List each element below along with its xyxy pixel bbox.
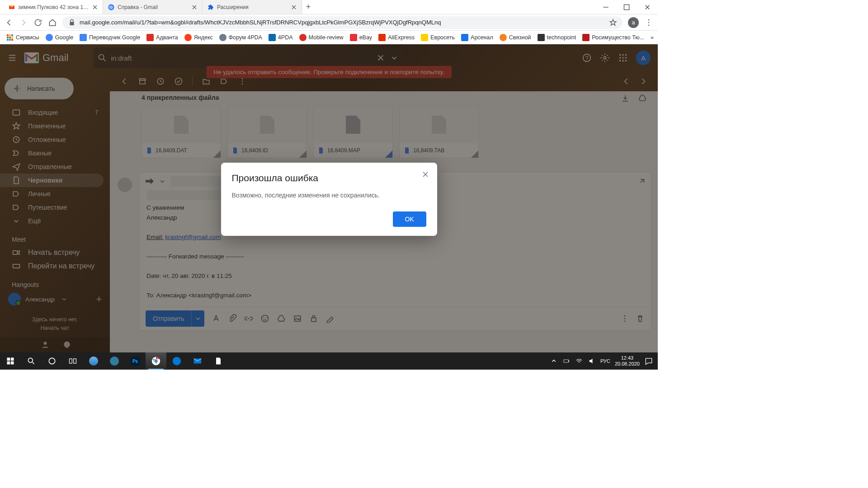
bookmark-item[interactable]: Росимущество Тю... — [582, 34, 644, 41]
start-button[interactable] — [0, 352, 21, 370]
tab-3[interactable]: Расширения — [203, 0, 302, 14]
language-indicator[interactable]: РУС — [600, 358, 610, 364]
favicon-icon — [461, 34, 468, 41]
tab-2[interactable]: G Справка - Gmail — [103, 0, 203, 14]
favicon-icon — [46, 34, 53, 41]
svg-rect-7 — [7, 34, 9, 36]
svg-rect-13 — [7, 39, 9, 41]
omnibox[interactable]: mail.google.com/mail/u/1/?tab=wm&ogbl#dr… — [62, 16, 623, 29]
bookmark-item[interactable]: Арсенал — [461, 34, 493, 41]
favicon-icon — [500, 34, 507, 41]
mail-icon — [193, 356, 203, 366]
favicon-icon — [184, 34, 192, 41]
svg-rect-56 — [70, 359, 72, 363]
lock-icon — [68, 19, 76, 27]
address-bar: mail.google.com/mail/u/1/?tab=wm&ogbl#dr… — [0, 14, 658, 31]
app-icon — [89, 357, 98, 366]
svg-point-5 — [648, 22, 650, 23]
bookmark-item[interactable]: eBay — [350, 34, 373, 41]
svg-point-6 — [648, 24, 650, 26]
bookmark-item[interactable]: Связной — [500, 34, 531, 41]
bookmark-item[interactable]: Адванта — [146, 34, 178, 41]
svg-rect-52 — [7, 361, 10, 365]
apps-icon — [6, 34, 14, 41]
svg-rect-9 — [11, 34, 13, 36]
svg-rect-53 — [11, 361, 14, 365]
tab-title: Справка - Gmail — [118, 4, 189, 10]
favicon-icon — [80, 34, 87, 41]
svg-rect-51 — [11, 358, 14, 361]
cortana-button[interactable] — [42, 352, 62, 370]
taskbar-app-2[interactable] — [104, 352, 125, 370]
taskbar-file[interactable] — [208, 352, 229, 370]
taskbar-app-1[interactable] — [83, 352, 104, 370]
clock[interactable]: 12:43 20.08.2020 — [615, 355, 640, 367]
taskbar-edge[interactable] — [166, 352, 187, 370]
bookmark-item[interactable]: Переводчик Google — [80, 34, 140, 41]
bookmark-apps[interactable]: Сервисы — [6, 34, 39, 41]
modal-overlay[interactable]: Произошла ошибка Возможно, последние изм… — [0, 44, 658, 352]
maximize-button[interactable] — [616, 0, 637, 14]
close-icon[interactable] — [92, 4, 98, 10]
chrome-icon — [151, 356, 161, 366]
dialog-title: Произошла ошибка — [232, 173, 426, 183]
url-text: mail.google.com/mail/u/1/?tab=wm&ogbl#dr… — [80, 19, 441, 26]
chrome-menu-button[interactable] — [644, 18, 653, 27]
bookmark-item[interactable]: AliExpress — [378, 34, 415, 41]
gmail-favicon-icon — [8, 4, 15, 11]
gmail-app: Gmail ? A Не удалось отправить сообщение… — [0, 44, 658, 352]
svg-rect-57 — [74, 359, 76, 363]
close-icon[interactable] — [291, 4, 297, 10]
tab-title: Расширения — [217, 4, 288, 10]
battery-icon[interactable] — [562, 357, 571, 365]
volume-icon[interactable] — [588, 357, 596, 365]
bookmark-item[interactable]: Mobile-review — [299, 34, 344, 41]
favicon-icon — [421, 34, 428, 41]
close-button[interactable] — [637, 0, 658, 14]
search-button[interactable] — [21, 352, 42, 370]
tab-1[interactable]: зимник Пулково 42 зона 13 - kr — [4, 0, 103, 14]
reload-button[interactable] — [33, 18, 42, 27]
window-controls — [595, 0, 658, 14]
taskbar-chrome[interactable] — [146, 352, 166, 370]
bookmark-item[interactable]: Форум 4PDA — [219, 34, 262, 41]
bookmark-item[interactable]: Google — [46, 34, 73, 41]
new-tab-button[interactable]: + — [302, 0, 315, 14]
tray-expand-icon[interactable] — [550, 357, 558, 365]
svg-text:G: G — [109, 5, 113, 9]
profile-avatar[interactable]: a — [628, 17, 639, 28]
edge-icon — [172, 356, 182, 366]
forward-button[interactable] — [19, 18, 28, 27]
svg-point-4 — [648, 19, 650, 20]
bookmark-label: Сервисы — [16, 34, 39, 41]
ok-button[interactable]: OK — [393, 211, 426, 227]
bookmark-item[interactable]: Яндекс — [184, 34, 213, 41]
taskbar-photoshop[interactable]: Ps — [125, 352, 146, 370]
bookmarks-bar: Сервисы Google Переводчик Google Адванта… — [0, 31, 658, 44]
close-icon[interactable] — [421, 170, 430, 179]
google-favicon-icon: G — [108, 4, 115, 11]
home-button[interactable] — [48, 18, 57, 27]
favicon-icon — [146, 34, 154, 41]
minimize-button[interactable] — [595, 0, 616, 14]
bookmarks-overflow-icon[interactable]: » — [651, 34, 654, 41]
svg-rect-11 — [9, 37, 11, 38]
svg-rect-15 — [11, 39, 13, 41]
svg-rect-14 — [9, 39, 11, 41]
bookmark-item[interactable]: 4PDA — [269, 34, 293, 41]
back-button[interactable] — [5, 18, 14, 27]
svg-point-54 — [28, 358, 33, 362]
taskbar-mail[interactable] — [187, 352, 208, 370]
star-icon[interactable] — [609, 19, 617, 27]
error-dialog: Произошла ошибка Возможно, последние изм… — [221, 163, 437, 236]
favicon-icon — [219, 34, 226, 41]
wifi-icon[interactable] — [575, 357, 583, 365]
favicon-icon — [350, 34, 357, 41]
notifications-icon[interactable] — [644, 357, 653, 366]
bookmark-item[interactable]: technopoint — [538, 34, 576, 41]
favicon-icon — [582, 34, 590, 41]
bookmark-item[interactable]: Евросеть — [421, 34, 455, 41]
favicon-icon — [299, 34, 307, 41]
taskview-button[interactable] — [62, 352, 83, 370]
close-icon[interactable] — [191, 4, 198, 10]
